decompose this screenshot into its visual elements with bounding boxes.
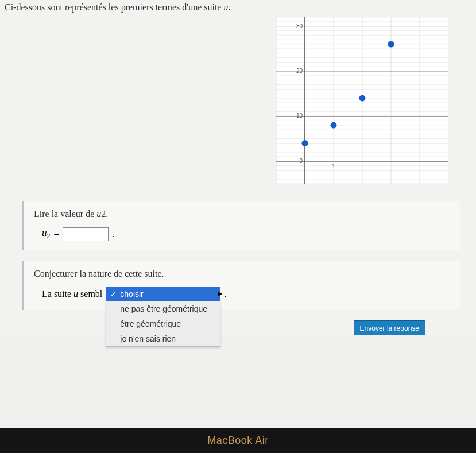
svg-point-58 (359, 95, 366, 102)
svg-point-59 (388, 41, 394, 48)
sequence-scatter-chart: 01020301 (276, 17, 448, 184)
nature-select-options: ne pas être géométriqueêtre géométriquej… (106, 301, 220, 347)
svg-text:20: 20 (296, 68, 303, 74)
device-label: MacBook Air (207, 435, 269, 447)
svg-text:0: 0 (299, 158, 303, 164)
question-2-prompt: Conjecturer la nature de cette suite. (34, 269, 450, 279)
nature-option[interactable]: être géométrique (106, 316, 220, 331)
u2-answer-input[interactable] (63, 227, 109, 241)
question-2-card: Conjecturer la nature de cette suite. La… (22, 261, 460, 310)
device-bezel: MacBook Air (0, 428, 476, 453)
equals-sign: = (54, 229, 60, 240)
checkmark-icon: ✓ (110, 290, 117, 299)
svg-text:1: 1 (332, 163, 335, 169)
nature-select-selected[interactable]: ✓ choisir ▸ (106, 287, 220, 301)
svg-text:30: 30 (296, 23, 303, 29)
question-1-card: Lire la valeur de u2. u2 = . (22, 201, 460, 250)
nature-option[interactable]: je n'en sais rien (106, 331, 220, 346)
q2-trail: . (224, 289, 226, 299)
nature-option[interactable]: ne pas être géométrique (106, 301, 220, 316)
q2-lead-text: La suite u sembl (42, 289, 102, 299)
q1-variable: u2 (42, 227, 51, 241)
svg-text:10: 10 (296, 113, 303, 119)
chart-container: 01020301 (5, 17, 471, 184)
q1-trail: . (112, 229, 114, 240)
cursor-arrow-icon: ▸ (218, 288, 223, 299)
svg-point-57 (331, 122, 337, 129)
svg-point-56 (302, 140, 308, 146)
question-1-prompt: Lire la valeur de u2. (34, 209, 450, 219)
nature-select[interactable]: ✓ choisir ▸ ne pas être géométriqueêtre … (106, 287, 220, 301)
submit-button[interactable]: Envoyer la réponse (354, 320, 425, 335)
instruction-text: Ci-dessous sont représentés les premiers… (5, 2, 471, 13)
